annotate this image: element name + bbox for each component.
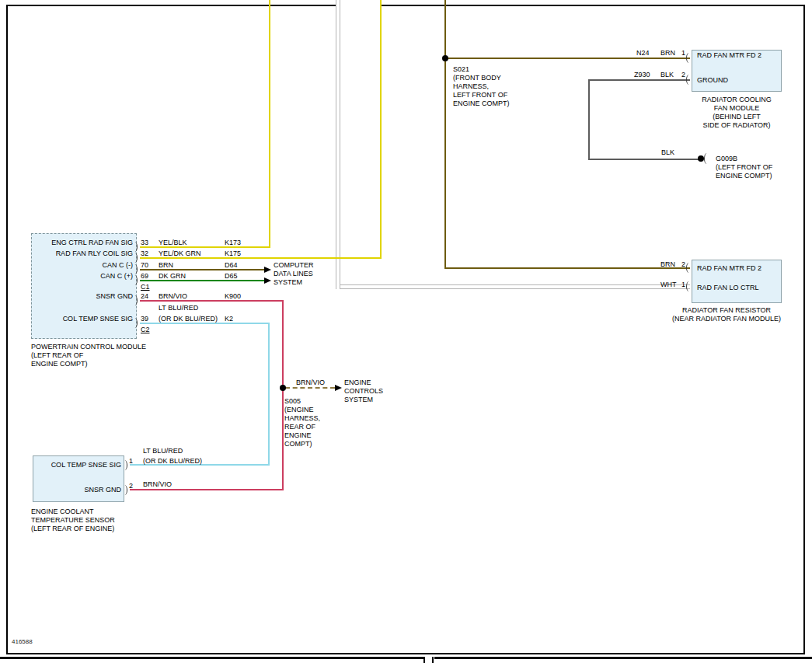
caption-line: S005 xyxy=(284,397,320,406)
wire-color-label: YEL/BLK xyxy=(159,239,187,246)
circuit-label: K2 xyxy=(225,315,233,323)
caption-line: CONTROLS xyxy=(344,387,383,396)
fan-resistor-caption: RADIATOR FAN RESISTOR (NEAR RADIATOR FAN… xyxy=(657,306,796,323)
circuit-label: D65 xyxy=(225,272,238,280)
circuit-label: D64 xyxy=(225,261,238,269)
page-number: 416588 xyxy=(12,638,33,646)
caption-line: DATA LINES xyxy=(274,270,314,278)
wire-color-label: BRN xyxy=(660,49,675,57)
caption-line: TEMPERATURE SENSOR xyxy=(31,516,115,525)
caption-line: ENGINE COMPT) xyxy=(453,99,510,108)
wire-blk-ground-horizontal xyxy=(588,159,702,160)
offpage-arrow-icon xyxy=(264,277,271,284)
wire-color-label: BRN/VIO xyxy=(143,480,172,488)
wire-k173-horizontal xyxy=(140,246,270,248)
caption-line: REAR OF xyxy=(284,423,320,431)
caption-line: SYSTEM xyxy=(344,396,383,404)
pin-bracket-icon xyxy=(132,264,138,274)
wire-color-label: (OR DK BLU/RED) xyxy=(143,457,202,465)
wire-color-label: BRN xyxy=(660,260,675,268)
pcm-pin-signal: RAD FAN RLY COIL SIG xyxy=(31,249,133,257)
ground-caption: (LEFT FRONT OF ENGINE COMPT) xyxy=(716,163,772,180)
caption-line: SYSTEM xyxy=(274,278,314,287)
pin-bracket-icon xyxy=(686,281,692,291)
frame-left xyxy=(6,5,8,654)
wire-k900-sensor-horizontal xyxy=(130,489,284,490)
pin-bracket-icon xyxy=(686,53,692,63)
pin-bracket-icon xyxy=(686,263,692,273)
wire-k175-vertical xyxy=(380,0,382,259)
pcm-pin-signal: SNSR GND xyxy=(31,292,133,300)
wire-color-label: LT BLU/RED xyxy=(143,447,183,455)
frame-top-left-segment xyxy=(6,5,337,6)
ground-g009b-dot xyxy=(698,155,704,162)
caption-line: SIDE OF RADIATOR) xyxy=(684,121,789,130)
pin-bracket-icon xyxy=(132,295,138,305)
frame-bottom xyxy=(6,653,805,654)
pcm-pin-signal: CAN C (+) xyxy=(31,272,133,280)
caption-line: S021 xyxy=(453,65,510,74)
wire-color-label: DK GRN xyxy=(159,272,186,280)
pcm-pin-number: 69 xyxy=(141,272,148,280)
wire-color-label: LT BLU/RED xyxy=(159,304,198,312)
caption-line: COMPT) xyxy=(284,440,320,448)
wire-brnvio-splice-dashed xyxy=(285,387,335,389)
splice-s005-dot xyxy=(280,385,286,391)
frame-right xyxy=(803,5,805,654)
caption-line: FAN MODULE xyxy=(684,104,789,113)
splice-s005-label: S005 (ENGINE HARNESS, REAR OF ENGINE COM… xyxy=(284,397,320,448)
fan-resistor-pin-label: RAD FAN MTR FD 2 xyxy=(697,264,761,272)
wire-k175-horizontal xyxy=(140,257,382,259)
fan-module-caption: RADIATOR COOLING FAN MODULE (BEHIND LEFT… xyxy=(684,96,789,130)
pcm-pin-signal: COL TEMP SNSE SIG xyxy=(31,315,133,323)
splice-s021-dot xyxy=(442,55,448,61)
caption-line: (NEAR RADIATOR FAN MODULE) xyxy=(657,315,796,323)
fan-module-pin-number: 2 xyxy=(681,71,685,79)
offpage-arrow-icon xyxy=(264,267,271,273)
fan-resistor-pin-number: 2 xyxy=(681,260,685,268)
caption-line: ENGINE xyxy=(284,431,320,440)
circuit-label: N24 xyxy=(636,49,650,57)
ect-pin-signal: SNSR GND xyxy=(34,486,121,494)
wire-k900-horizontal xyxy=(140,300,284,302)
connector-label: C1 xyxy=(141,283,150,291)
caption-line: RADIATOR COOLING xyxy=(684,96,789,104)
pin-bracket-icon xyxy=(686,75,692,85)
pcm-pin-number: 32 xyxy=(141,249,148,257)
wire-k900-vertical xyxy=(282,300,284,490)
wire-wht-horizontal xyxy=(340,284,690,289)
ground-name: G009B xyxy=(716,155,737,162)
fan-resistor-pin-label: RAD FAN LO CTRL xyxy=(697,284,759,291)
wire-k2-horizontal xyxy=(140,323,270,324)
wire-z930-blk-horizontal xyxy=(588,79,690,81)
caption-line: ENGINE COOLANT xyxy=(31,508,115,516)
pin-bracket-icon xyxy=(132,275,138,285)
wire-wht-vertical xyxy=(336,0,340,289)
wire-n24-brn-horizontal xyxy=(444,58,690,59)
next-page-border-left xyxy=(0,657,424,659)
wire-color-label: WHT xyxy=(660,281,677,288)
connector-label: C2 xyxy=(141,326,150,333)
wire-color-label: BRN/VIO xyxy=(159,292,187,300)
circuit-label: K173 xyxy=(225,239,241,246)
caption-line: (LEFT FRONT OF xyxy=(716,163,772,172)
wire-brn-resistor-horizontal xyxy=(444,267,690,269)
wire-z930-blk-vertical xyxy=(588,79,590,160)
caption-line: RADIATOR FAN RESISTOR xyxy=(657,306,796,315)
offpage-computer-data-lines: COMPUTER DATA LINES SYSTEM xyxy=(274,261,314,287)
pcm-pin-number: 39 xyxy=(141,315,148,323)
caption-line: LEFT FRONT OF xyxy=(453,91,510,99)
caption-line: ENGINE COMPT) xyxy=(716,172,772,180)
caption-line: ENGINE xyxy=(344,379,383,387)
circuit-label: K900 xyxy=(225,292,241,300)
next-page-border-right xyxy=(434,657,812,659)
fan-resistor-pin-number: 1 xyxy=(681,281,685,288)
wire-d65-dkgrn xyxy=(140,280,264,281)
ect-pin-number: 2 xyxy=(129,482,133,490)
pin-bracket-icon xyxy=(122,485,127,495)
next-page-wire-stub xyxy=(432,657,434,663)
wire-color-label: BRN xyxy=(159,261,173,269)
pin-bracket-icon xyxy=(132,253,138,263)
pcm-pin-number: 33 xyxy=(141,239,148,246)
circuit-label: K175 xyxy=(225,249,241,257)
